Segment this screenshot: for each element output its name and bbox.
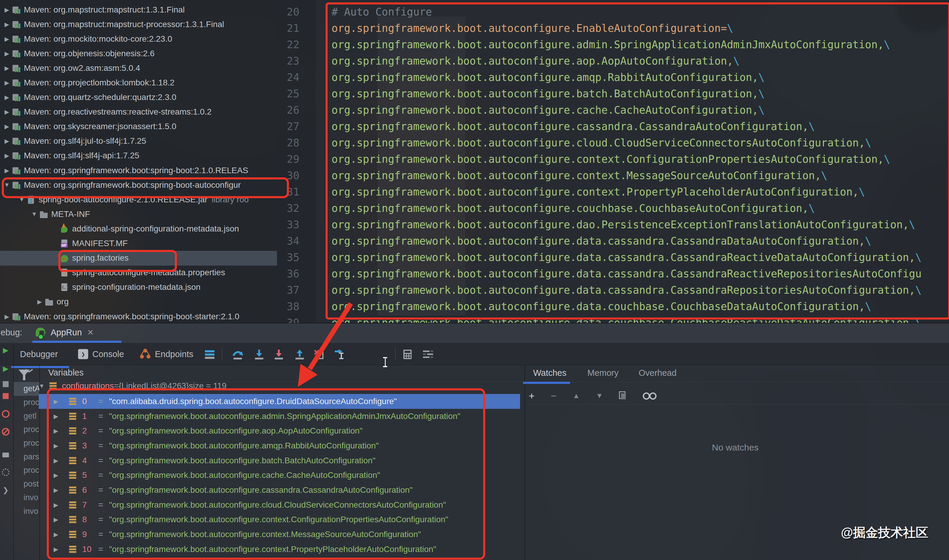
copy-icon[interactable]	[619, 391, 627, 400]
frame-row[interactable]: proc	[14, 437, 39, 450]
expand-arrow-icon[interactable]: ▶	[54, 413, 58, 420]
variable-row[interactable]: ▶ 4 = org.springframework.boot.autoconfi…	[39, 453, 520, 468]
expand-arrow-icon[interactable]: ▶	[2, 152, 12, 159]
frame-row[interactable]: getl	[14, 409, 39, 423]
variable-row[interactable]: ▶ 7 = org.springframework.boot.autoconfi…	[39, 497, 520, 512]
expand-arrow-icon[interactable]: ▼	[17, 196, 27, 203]
tree-row[interactable]: spring-autoconfigure-metadata.properties	[0, 265, 277, 280]
step-over-icon[interactable]	[232, 349, 244, 360]
tree-row[interactable]: ▼ spring-boot-autoconfigure-2.1.0.RELEAS…	[0, 192, 277, 207]
show-execution-point-icon[interactable]	[204, 349, 216, 360]
variable-row[interactable]: ▶ 0 = com.alibaba.druid.spring.boot.auto…	[39, 394, 520, 409]
variables-root-row[interactable]: ▼ configurations = {LinkedList@4263} siz…	[39, 378, 226, 393]
move-up-button[interactable]: ▲	[573, 392, 580, 400]
frame-row[interactable]: proc	[14, 396, 39, 409]
run-to-cursor-icon[interactable]	[333, 349, 346, 360]
expand-arrow-icon[interactable]: ▶	[54, 427, 58, 434]
expand-arrow-icon[interactable]: ▶	[2, 21, 12, 28]
mute-breakpoints-icon[interactable]	[1, 427, 10, 436]
tree-row[interactable]: ▶ Maven: org.ow2.asm:asm:5.0.4	[0, 61, 277, 75]
tree-row[interactable]: additional-spring-configuration-metadata…	[0, 222, 277, 236]
expand-arrow-icon[interactable]: ▶	[2, 167, 12, 174]
tree-row[interactable]: ▶ Maven: org.springframework.boot:spring…	[0, 309, 277, 323]
tree-row[interactable]: ▶ Maven: org.objenesis:objenesis:2.6	[0, 46, 277, 61]
expand-arrow-icon[interactable]: ▶	[54, 457, 58, 464]
stop-icon[interactable]	[1, 392, 10, 400]
variable-row[interactable]: ▶ 9 = org.springframework.boot.autoconfi…	[39, 527, 520, 542]
tree-row[interactable]: ▼ Maven: org.springframework.boot:spring…	[0, 178, 277, 192]
view-breakpoints-icon[interactable]	[1, 409, 10, 418]
evaluate-expression-icon[interactable]	[401, 349, 414, 360]
variable-row[interactable]: ▶ 6 = org.springframework.boot.autoconfi…	[39, 483, 520, 497]
expand-arrow-icon[interactable]: ▶	[54, 546, 58, 553]
frame-row[interactable]: invo	[14, 491, 39, 505]
settings-icon[interactable]	[1, 468, 10, 477]
rerun-icon[interactable]: ▶	[1, 346, 10, 355]
variable-row[interactable]: ▶ 1 = org.springframework.boot.autoconfi…	[39, 409, 520, 424]
expand-arrow-icon[interactable]: ▶	[2, 108, 12, 115]
expand-arrow-icon[interactable]: ▶	[2, 94, 12, 101]
remove-watch-button[interactable]: −	[551, 390, 557, 402]
editor[interactable]: 20 # Auto Configure 21 org.springframewo…	[277, 0, 949, 323]
frame-row[interactable]: getA	[14, 382, 39, 396]
tree-row[interactable]: ▶ Maven: org.projectlombok:lombok:1.18.2	[0, 75, 277, 90]
variable-row[interactable]: ▶ 8 = org.springframework.boot.autoconfi…	[39, 512, 520, 527]
frame-row[interactable]: proc	[14, 423, 39, 437]
expand-arrow-icon[interactable]: ▶	[54, 398, 58, 405]
expand-arrow-icon[interactable]: ▶	[34, 298, 45, 305]
frame-row[interactable]: proc	[14, 464, 39, 477]
watches-tab[interactable]: Memory	[587, 368, 619, 378]
watches-tab[interactable]: Watches	[533, 368, 566, 378]
tree-row[interactable]: ▶ Maven: org.skyscreamer:jsonassert:1.5.…	[0, 119, 277, 134]
move-down-button[interactable]: ▼	[596, 392, 603, 400]
expand-arrow-icon[interactable]: ▶	[2, 313, 12, 320]
variables-watches-divider[interactable]	[525, 365, 525, 560]
filter-funnel-icon[interactable]	[19, 369, 30, 376]
tree-row[interactable]: ▶ Maven: org.mockito:mockito-core:2.23.0	[0, 32, 277, 46]
expand-arrow-icon[interactable]: ▶	[2, 65, 12, 72]
expand-arrow-icon[interactable]: ▶	[54, 486, 58, 494]
tree-row[interactable]: ▶ Maven: org.quartz-scheduler:quartz:2.3…	[0, 90, 277, 105]
expand-arrow-icon[interactable]: ▶	[2, 79, 12, 86]
step-out-icon[interactable]	[294, 349, 306, 360]
variable-row[interactable]: ▶ 10 = org.springframework.boot.autoconf…	[39, 542, 520, 557]
tree-row[interactable]: ▶ Maven: org.slf4j:slf4j-api:1.7.25	[0, 148, 277, 163]
expand-arrow-icon[interactable]: ▶	[2, 35, 12, 43]
tree-row[interactable]: ▶ Maven: org.mapstruct:mapstruct-process…	[0, 17, 277, 32]
tree-row[interactable]: ▶ Maven: org.reactivestreams:reactive-st…	[0, 105, 277, 119]
tree-row[interactable]: ▶ Maven: org.springframework.boot:spring…	[0, 163, 277, 178]
expand-arrow-icon[interactable]: ▶	[54, 442, 58, 449]
tree-row[interactable]: ▶ Maven: org.slf4j:jul-to-slf4j:1.7.25	[0, 134, 277, 148]
variable-row[interactable]: ▶ 3 = org.springframework.boot.autoconfi…	[39, 438, 520, 453]
layout-settings-icon[interactable]	[422, 349, 434, 360]
expand-arrow-icon[interactable]: ▶	[2, 50, 12, 57]
tree-row[interactable]: ▼ META-INF	[0, 207, 277, 222]
variable-row[interactable]: ▶ 5 = org.springframework.boot.autoconfi…	[39, 468, 520, 483]
expand-arrow-icon[interactable]: ▶	[2, 6, 12, 13]
tree-row[interactable]: MANIFEST.MF	[0, 236, 277, 251]
expand-arrow-icon[interactable]: ▶	[2, 123, 12, 130]
expand-arrow-icon[interactable]: ▶	[54, 472, 58, 479]
frame-row[interactable]: pars	[14, 450, 39, 464]
variable-row[interactable]: ▶ 2 = org.springframework.boot.autoconfi…	[39, 423, 520, 438]
tree-row[interactable]: ▶ org	[0, 295, 277, 309]
expand-arrow-icon[interactable]: ▶	[54, 502, 58, 509]
tab-debugger[interactable]: Debugger	[20, 343, 58, 365]
frame-row[interactable]: post	[14, 477, 39, 491]
hide-window-icon[interactable]: ❯	[1, 486, 10, 495]
step-into-icon[interactable]	[253, 349, 265, 360]
expand-arrow-icon[interactable]: ▼	[39, 383, 45, 389]
tree-row[interactable]: spring.factories	[0, 251, 277, 265]
expand-arrow-icon[interactable]: ▶	[54, 516, 58, 523]
tab-endpoints[interactable]: Endpoints	[140, 343, 193, 365]
tree-row[interactable]: spring-configuration-metadata.json	[0, 280, 277, 295]
expand-arrow-icon[interactable]: ▼	[29, 211, 39, 217]
expand-arrow-icon[interactable]: ▶	[2, 137, 12, 145]
drop-frame-icon[interactable]	[313, 349, 325, 360]
close-tab-icon[interactable]: ✕	[87, 328, 94, 337]
screenshot-icon[interactable]	[1, 451, 10, 459]
tree-row[interactable]: ▶ Maven: org.mapstruct:mapstruct:1.3.1.F…	[0, 2, 277, 17]
run-config-tab[interactable]: AppRun ✕	[30, 323, 99, 341]
inline-watches-icon[interactable]	[643, 392, 656, 400]
add-watch-button[interactable]: +	[529, 390, 535, 402]
